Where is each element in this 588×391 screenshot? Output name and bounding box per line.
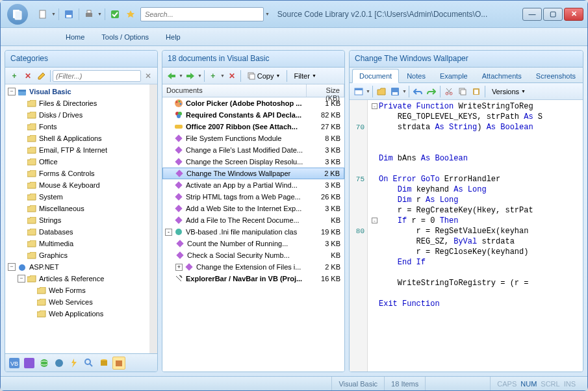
maximize-button[interactable]: ▢	[543, 8, 563, 21]
tree-item[interactable]: Miscellaneous	[5, 203, 149, 214]
tree-item[interactable]: Disks / Drives	[5, 109, 149, 121]
list-row[interactable]: -VB-based .Ini file manipulation clas19 …	[162, 226, 344, 238]
list-row[interactable]: Change the Screen Display Resolu...3 KB	[162, 156, 344, 168]
box-icon[interactable]	[112, 357, 125, 370]
tree-root[interactable]: −ASP.NET	[5, 261, 149, 273]
cat-filter-input[interactable]	[53, 70, 141, 82]
globe-icon[interactable]	[38, 357, 51, 370]
doc-icon	[174, 227, 183, 236]
categories-title: Categories	[5, 51, 157, 68]
tree-item[interactable]: Email, FTP & Internet	[5, 144, 149, 156]
doc-copy-button[interactable]: Copy▼	[243, 70, 285, 82]
ed-open-button[interactable]	[375, 85, 388, 98]
list-row[interactable]: Check a Social Security Numb...KB	[162, 249, 344, 261]
list-row[interactable]: ExplorerBar / NavBar in VB (Proj...16 KB	[162, 273, 344, 284]
svg-rect-7	[111, 10, 119, 18]
lang-cs-icon[interactable]	[23, 357, 36, 370]
col-documents[interactable]: Documents	[162, 84, 307, 97]
close-button[interactable]: ✕	[564, 8, 583, 21]
tree-root[interactable]: −Visual Basic	[5, 86, 149, 97]
globe2-icon[interactable]	[53, 357, 66, 370]
tree-item[interactable]: Web Applications	[5, 308, 149, 320]
search-icon[interactable]	[83, 357, 96, 370]
doc-delete-button[interactable]: ✕	[225, 69, 238, 82]
ed-undo-button[interactable]	[411, 85, 424, 98]
ed-cut-button[interactable]	[442, 85, 455, 98]
lang-vb-icon[interactable]: VB	[8, 357, 21, 370]
svg-rect-2	[40, 10, 45, 18]
doc-filter-button[interactable]: Filter▼	[289, 70, 320, 82]
list-row[interactable]: Count the Number of Running...3 KB	[162, 238, 344, 249]
doc-add-button[interactable]: +	[207, 69, 220, 82]
doc-icon	[174, 110, 183, 120]
bolt-icon[interactable]	[68, 357, 81, 370]
svg-rect-40	[461, 90, 466, 95]
doc-icon	[174, 181, 183, 190]
nav-fwd-button[interactable]	[184, 69, 197, 82]
tree-item[interactable]: Forms & Controls	[5, 168, 149, 179]
list-row[interactable]: Add a File to The Recent Docume...KB	[162, 214, 344, 226]
status-ins: INS	[564, 380, 576, 388]
tree-item[interactable]: Fonts	[5, 121, 149, 132]
favorite-button[interactable]	[123, 7, 138, 21]
col-size[interactable]: Size (KB)	[307, 84, 344, 97]
tab-example[interactable]: Example	[433, 69, 474, 82]
list-row[interactable]: Activate an App by a Partial Wind...3 KB	[162, 179, 344, 191]
documents-list[interactable]: Color Picker (Adobe Photoshop ...1 KBReq…	[162, 97, 344, 284]
ed-view-button[interactable]	[352, 85, 365, 98]
search-input[interactable]	[140, 7, 264, 21]
new-button[interactable]	[36, 7, 50, 21]
svg-rect-5	[86, 13, 92, 17]
code-editor[interactable]: 70 75 80 -Private Function WriteStringTo…	[350, 100, 583, 372]
tree-item[interactable]: Web Forms	[5, 284, 149, 296]
tree-item[interactable]: Files & Directories	[5, 97, 149, 109]
ed-versions-button[interactable]: Versions▼	[487, 86, 530, 97]
tree-item[interactable]: Office	[5, 156, 149, 168]
list-row[interactable]: Add a Web Site to the Internet Exp...3 K…	[162, 203, 344, 214]
categories-bottom-toolbar: VB	[5, 353, 157, 372]
tab-notes[interactable]: Notes	[400, 69, 432, 82]
ed-redo-button[interactable]	[425, 85, 438, 98]
list-row[interactable]: Required Constants & API Decla...82 KB	[162, 109, 344, 121]
ed-save-button[interactable]	[389, 85, 402, 98]
tree-item[interactable]: Databases	[5, 226, 149, 238]
list-row[interactable]: Strip HTML tags from a Web Page...26 KB	[162, 191, 344, 203]
menu-home[interactable]: Home	[59, 31, 91, 44]
list-row[interactable]: File System Functions Module8 KB	[162, 132, 344, 144]
list-row[interactable]: Color Picker (Adobe Photoshop ...1 KB	[162, 97, 344, 109]
tree-item[interactable]: System	[5, 191, 149, 203]
cat-edit-button[interactable]	[35, 69, 48, 82]
list-row[interactable]: Change The Windows Wallpaper2 KB	[162, 168, 344, 179]
svg-point-17	[85, 359, 90, 364]
scrollbar[interactable]	[149, 84, 157, 353]
svg-rect-31	[175, 125, 183, 129]
categories-tree[interactable]: −Visual BasicFiles & DirectoriesDisks / …	[5, 84, 149, 353]
tree-item[interactable]: Mouse & Keyboard	[5, 179, 149, 191]
ed-paste-button[interactable]	[470, 85, 483, 98]
minimize-button[interactable]: —	[522, 8, 542, 21]
tree-item[interactable]: Shell & Applications	[5, 132, 149, 144]
cat-delete-button[interactable]: ✕	[21, 69, 34, 82]
menu-tools[interactable]: Tools / Options	[95, 31, 155, 44]
tree-item[interactable]: Strings	[5, 214, 149, 226]
tab-attachments[interactable]: Attachments	[476, 69, 528, 82]
print-button[interactable]	[82, 7, 96, 21]
list-row[interactable]: Office 2007 Ribbon (See Attach...27 KB	[162, 121, 344, 132]
ed-copy-button[interactable]	[456, 85, 469, 98]
cat-clear-filter[interactable]: ✕	[142, 69, 155, 82]
tree-item[interactable]: Multimedia	[5, 238, 149, 249]
status-caps: CAPS	[497, 380, 517, 388]
tab-document[interactable]: Document	[352, 69, 399, 83]
nav-back-button[interactable]	[165, 69, 178, 82]
tree-item[interactable]: Web Services	[5, 296, 149, 308]
check-button[interactable]	[108, 7, 122, 21]
db-icon[interactable]	[97, 357, 110, 370]
tree-item[interactable]: Graphics	[5, 249, 149, 261]
tab-screenshots[interactable]: Screenshots	[530, 69, 582, 82]
list-row[interactable]: +Change the Extension of Files i...2 KB	[162, 261, 344, 273]
tree-item[interactable]: −Articles & Reference	[5, 273, 149, 284]
cat-add-button[interactable]: +	[8, 69, 21, 82]
list-row[interactable]: Change a File's Last Modified Date...3 K…	[162, 144, 344, 156]
menu-help[interactable]: Help	[159, 31, 187, 44]
save-button[interactable]	[62, 7, 76, 21]
